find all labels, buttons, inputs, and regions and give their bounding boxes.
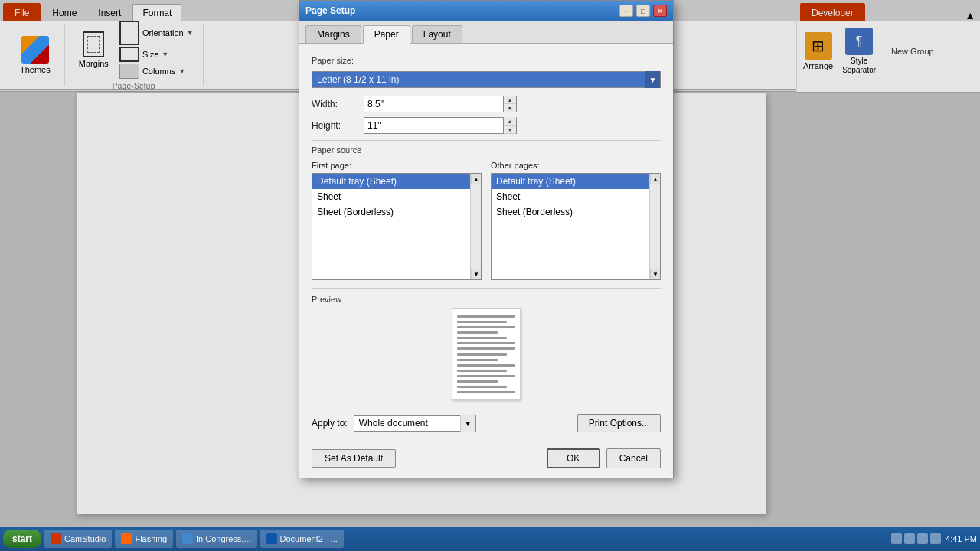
footer-right: OK Cancel <box>547 448 661 468</box>
dialog-footer: Set As Default OK Cancel <box>299 442 673 478</box>
tab-margins[interactable]: Margins <box>305 25 361 43</box>
preview-label: Preview <box>312 295 661 304</box>
dialog-body: Paper size: Letter (8 1/2 x 11 in) ▼ Wid… <box>299 44 673 442</box>
first-page-item-0[interactable]: Default tray (Sheet) <box>312 174 481 189</box>
dialog-titlebar: Page Setup ─ □ ✕ <box>299 1 673 21</box>
width-label: Width: <box>312 99 358 109</box>
paper-source-divider <box>312 140 661 141</box>
paper-source-header: Paper source <box>312 145 661 155</box>
first-page-label: First page: <box>312 161 482 170</box>
page-setup-dialog: Page Setup ─ □ ✕ Margins Paper Layout Pa… <box>299 0 674 478</box>
other-pages-item-1[interactable]: Sheet <box>492 189 660 204</box>
preview-box <box>452 308 521 400</box>
first-page-scrollbar[interactable]: ▲ ▼ <box>470 174 481 279</box>
first-page-list: Default tray (Sheet) Sheet Sheet (Border… <box>312 173 482 280</box>
width-row: Width: ▲ ▼ <box>312 96 661 112</box>
ok-button[interactable]: OK <box>547 448 600 468</box>
preview-line-7 <box>457 347 515 350</box>
height-input[interactable] <box>364 119 503 132</box>
document-icon <box>266 533 277 544</box>
tab-paper[interactable]: Paper <box>363 25 410 44</box>
other-pages-scrollbar[interactable]: ▲ ▼ <box>649 174 660 279</box>
preview-line-4 <box>457 331 498 334</box>
preview-line-10 <box>457 364 515 367</box>
other-pages-list: Default tray (Sheet) Sheet Sheet (Border… <box>491 173 661 280</box>
apply-to-group: Apply to: Whole document ▼ <box>312 415 476 432</box>
preview-section: Preview <box>312 295 661 400</box>
first-page-item-2[interactable]: Sheet (Borderless) <box>312 204 481 220</box>
apply-to-label: Apply to: <box>312 418 348 429</box>
width-input-wrap: ▲ ▼ <box>364 96 517 112</box>
set-as-default-button[interactable]: Set As Default <box>312 449 396 468</box>
preview-line-2 <box>457 321 507 323</box>
first-page-scroll-down[interactable]: ▼ <box>471 269 482 279</box>
systray-icon-3 <box>917 533 928 544</box>
preview-line-5 <box>457 337 507 339</box>
first-page-scroll-track[interactable] <box>471 184 481 269</box>
taskbar-item-document[interactable]: Document2 - ... <box>260 530 344 548</box>
other-pages-scroll-track[interactable] <box>650 184 660 269</box>
other-pages-scroll-down[interactable]: ▼ <box>650 269 661 279</box>
paper-size-row: Letter (8 1/2 x 11 in) ▼ <box>312 71 661 88</box>
paper-size-value: Letter (8 1/2 x 11 in) <box>312 73 645 86</box>
apply-to-value: Whole document <box>354 416 460 430</box>
taskbar-item-congress[interactable]: In Congress,... <box>176 530 257 548</box>
taskbar: start CamStudio Flashing In Congress,...… <box>0 527 980 551</box>
first-page-item-1[interactable]: Sheet <box>312 189 481 204</box>
height-input-wrap: ▲ ▼ <box>364 117 517 134</box>
tab-layout[interactable]: Layout <box>412 25 462 43</box>
height-label: Height: <box>312 120 358 131</box>
height-spin: ▲ ▼ <box>503 117 516 134</box>
preview-line-13 <box>457 380 498 383</box>
other-pages-label: Other pages: <box>491 161 661 170</box>
dialog-title: Page Setup <box>305 5 355 16</box>
apply-to-row: Apply to: Whole document ▼ Print Options… <box>312 408 661 432</box>
paper-size-header: Paper size: <box>312 56 661 65</box>
preview-line-11 <box>457 370 507 372</box>
taskbar-item-flashing[interactable]: Flashing <box>115 530 173 548</box>
system-clock: 4:41 PM <box>946 534 977 543</box>
first-page-scroll-up[interactable]: ▲ <box>471 174 482 184</box>
flashing-icon <box>121 533 132 544</box>
other-pages-item-0[interactable]: Default tray (Sheet) <box>492 174 660 189</box>
paper-source-section: First page: Default tray (Sheet) Sheet S… <box>312 161 661 280</box>
start-button[interactable]: start <box>3 530 41 548</box>
footer-left: Set As Default <box>312 449 396 468</box>
camstudio-icon <box>51 533 61 544</box>
height-decrement[interactable]: ▼ <box>504 126 516 134</box>
height-increment[interactable]: ▲ <box>504 117 516 126</box>
preview-line-1 <box>457 315 515 318</box>
other-pages-scroll-up[interactable]: ▲ <box>650 174 661 184</box>
congress-icon <box>182 533 193 544</box>
taskbar-item-camstudio[interactable]: CamStudio <box>44 530 112 548</box>
maximize-button[interactable]: □ <box>636 5 650 17</box>
preview-line-15 <box>457 391 515 393</box>
preview-divider <box>312 288 661 289</box>
width-input[interactable] <box>364 97 503 111</box>
preview-line-6 <box>457 342 515 344</box>
other-pages-item-2[interactable]: Sheet (Borderless) <box>492 204 660 220</box>
paper-size-arrow[interactable]: ▼ <box>645 71 660 88</box>
preview-line-9 <box>457 359 498 361</box>
preview-line-12 <box>457 375 515 377</box>
apply-to-dropdown[interactable]: Whole document ▼ <box>354 415 476 432</box>
systray-icons <box>891 533 941 544</box>
systray-icon-1 <box>891 533 902 544</box>
minimize-button[interactable]: ─ <box>619 5 633 17</box>
preview-line-14 <box>457 386 507 388</box>
taskbar-right: 4:41 PM <box>891 533 977 544</box>
paper-size-dropdown[interactable]: Letter (8 1/2 x 11 in) ▼ <box>312 71 661 88</box>
width-decrement[interactable]: ▼ <box>504 104 516 112</box>
width-increment[interactable]: ▲ <box>504 96 516 104</box>
preview-line-3 <box>457 326 515 328</box>
systray-icon-2 <box>904 533 915 544</box>
cancel-button[interactable]: Cancel <box>606 448 661 468</box>
other-pages-col: Other pages: Default tray (Sheet) Sheet … <box>491 161 661 280</box>
titlebar-buttons: ─ □ ✕ <box>619 5 667 17</box>
dialog-tab-bar: Margins Paper Layout <box>299 21 673 44</box>
close-button[interactable]: ✕ <box>653 5 667 17</box>
width-spin: ▲ ▼ <box>503 96 516 112</box>
apply-to-arrow[interactable]: ▼ <box>460 415 475 432</box>
preview-line-8 <box>457 353 507 355</box>
print-options-button[interactable]: Print Options... <box>577 414 661 432</box>
